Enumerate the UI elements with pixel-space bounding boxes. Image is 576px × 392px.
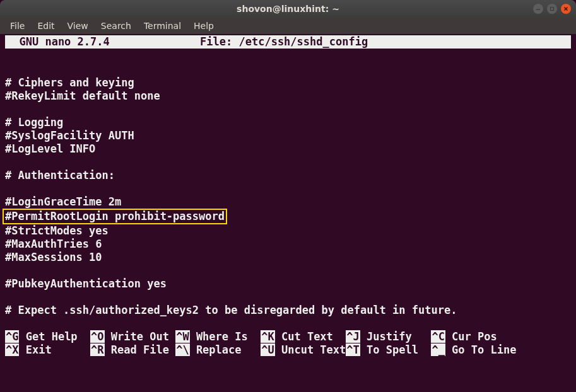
shortcut-read-file-key: ^R [90, 343, 104, 356]
shortcut-cut-text-label: Cut Text [275, 330, 346, 343]
file-line: # Expect .ssh/authorized_keys2 to be dis… [5, 304, 571, 317]
shortcut-to-spell-label: To Spell [360, 343, 432, 356]
file-line: #LogLevel INFO [5, 142, 571, 156]
nano-shortcuts-row-1: ^G Get Help ^O Write Out ^W Where Is ^K … [5, 330, 571, 343]
shortcut-justify-key: ^J [346, 330, 360, 343]
file-line [5, 291, 571, 304]
window-title: shovon@linuxhint: ~ [237, 4, 339, 14]
file-line [5, 264, 571, 277]
shortcut-get-help-key: ^G [5, 330, 19, 343]
terminal-window: shovon@linuxhint: ~ File Edit View Searc… [0, 0, 576, 392]
shortcut-get-help-label: Get Help [19, 330, 90, 343]
shortcut-to-spell-key: ^T [346, 343, 360, 356]
shortcut-cur-pos-label: Cur Pos [445, 330, 497, 343]
close-button[interactable] [561, 4, 571, 14]
shortcut-where-is-label: Where Is [190, 330, 261, 343]
window-controls [533, 4, 571, 14]
menu-help[interactable]: Help [187, 19, 220, 33]
file-line-highlighted: #PermitRootLogin prohibit-password [5, 209, 571, 224]
file-line [5, 63, 571, 76]
menu-file[interactable]: File [4, 19, 31, 33]
shortcut-exit-label: Exit [19, 343, 90, 356]
file-line: #SyslogFacility AUTH [5, 129, 571, 142]
file-line: #LoginGraceTime 2m [5, 195, 571, 209]
menu-edit[interactable]: Edit [31, 19, 61, 33]
file-line: # Logging [5, 116, 571, 129]
shortcut-cut-text-key: ^K [261, 330, 274, 343]
nano-app-name: GNU nano 2.7.4 [6, 35, 110, 48]
shortcut-uncut-text-key: ^U [261, 343, 274, 356]
file-line: # Ciphers and keying [5, 76, 571, 89]
maximize-button[interactable] [547, 4, 557, 14]
shortcut-cur-pos-key: ^C [431, 330, 445, 343]
shortcut-read-file-label: Read File [105, 343, 176, 356]
maximize-icon [550, 6, 555, 11]
file-line [5, 103, 571, 116]
shortcut-justify-label: Justify [360, 330, 432, 343]
menu-view[interactable]: View [61, 19, 95, 33]
titlebar: shovon@linuxhint: ~ [0, 0, 576, 18]
file-line [5, 317, 571, 330]
shortcut-go-to-line-label: Go To Line [445, 343, 517, 356]
shortcut-write-out-key: ^O [90, 330, 104, 343]
file-line: #MaxAuthTries 6 [5, 238, 571, 251]
menubar: File Edit View Search Terminal Help [0, 18, 576, 34]
shortcut-replace-label: Replace [190, 343, 261, 356]
highlight-annotation: #PermitRootLogin prohibit-password [3, 209, 227, 224]
file-line [5, 156, 571, 169]
file-line: #MaxSessions 10 [5, 251, 571, 264]
nano-shortcuts-row-2: ^X Exit ^R Read File ^\ Replace ^U Uncut… [5, 343, 571, 357]
menu-terminal[interactable]: Terminal [138, 19, 187, 33]
file-line: # Authentication: [5, 169, 571, 182]
close-icon [563, 6, 568, 11]
shortcut-where-is-key: ^W [175, 330, 189, 343]
shortcut-write-out-label: Write Out [105, 330, 176, 343]
file-line: #StrictModes yes [5, 224, 571, 238]
nano-file-path: File: /etc/ssh/sshd_config [200, 35, 368, 48]
file-line [5, 50, 571, 63]
menu-search[interactable]: Search [95, 19, 138, 33]
shortcut-go-to-line-key: ^_ [431, 343, 445, 356]
shortcut-uncut-text-label: Uncut Text [275, 343, 346, 356]
shortcut-exit-key: ^X [5, 343, 19, 356]
shortcut-replace-key: ^\ [175, 343, 189, 356]
minimize-icon [536, 6, 541, 11]
file-line: #PubkeyAuthentication yes [5, 277, 571, 291]
file-line: #RekeyLimit default none [5, 89, 571, 103]
svg-rect-1 [551, 8, 554, 11]
nano-header-bar: GNU nano 2.7.4 File: /etc/ssh/sshd_confi… [5, 35, 571, 49]
minimize-button[interactable] [533, 4, 543, 14]
terminal-content[interactable]: GNU nano 2.7.4 File: /etc/ssh/sshd_confi… [0, 34, 576, 392]
file-line [5, 182, 571, 195]
